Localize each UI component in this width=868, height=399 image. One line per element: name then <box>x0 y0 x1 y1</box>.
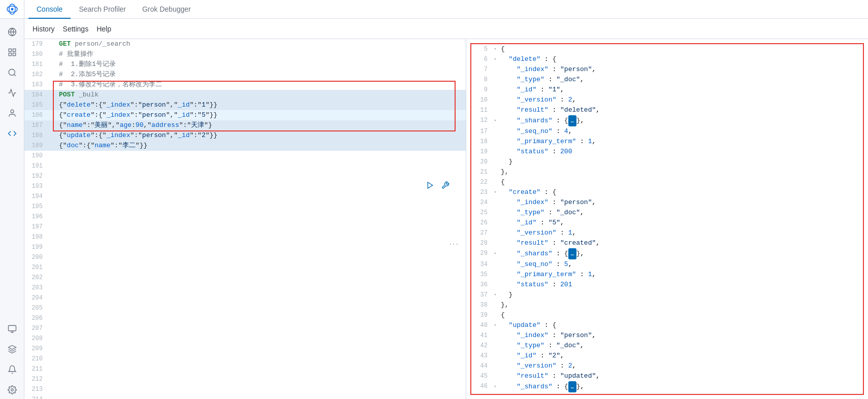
json-output[interactable]: 5 ▾ { 6 ▾ "delete" : { 7 "_inde <box>470 43 864 395</box>
line-content-189: {"doc":{"name":"李二"}} <box>57 141 466 151</box>
json-line-22: 22 { <box>471 177 863 187</box>
code-line-186: 186 {"create":{"_index":"person","_id":"… <box>24 110 466 120</box>
left-panel: ⋮ 179 GET person/_search 180 # 批量操作 <box>24 39 466 399</box>
line-toggle-184 <box>49 90 57 100</box>
line-content-180: # 批量操作 <box>57 49 466 59</box>
line-toggle-187 <box>49 120 57 130</box>
code-line-192: 192 <box>24 171 466 181</box>
logo <box>0 0 24 18</box>
code-line-213: 213 <box>24 384 466 394</box>
sidebar-icon-ml[interactable] <box>3 340 21 358</box>
sidebar-icon-home[interactable] <box>3 23 21 41</box>
code-line-208: 208 <box>24 334 466 344</box>
svg-marker-17 <box>428 182 432 188</box>
code-line-184: 184 POST _bulk <box>24 90 466 100</box>
line-content-186: {"create":{"_index":"person","_id":"5"}} <box>57 110 466 120</box>
line-num-188: 188 <box>24 130 49 141</box>
json-line-28: 28 "result" : "created", <box>471 238 863 248</box>
json-line-27: 27 "_version" : 1, <box>471 228 863 238</box>
code-line-182: 182 # 2.添加5号记录 <box>24 70 466 80</box>
line-content-181: # 1.删除1号记录 <box>57 59 466 70</box>
json-line-38: 38 }, <box>471 300 863 310</box>
run-button[interactable] <box>424 179 436 191</box>
code-line-195: 195 <box>24 202 466 212</box>
json-line-5: 5 ▾ { <box>471 44 863 54</box>
nav-help[interactable]: Help <box>97 25 111 33</box>
editor-area: ⋮ 179 GET person/_search 180 # 批量操作 <box>24 39 868 399</box>
code-line-185: 185 {"delete":{"_index":"person","_id":"… <box>24 100 466 110</box>
json-line-17: 17 "_seq_no" : 4, <box>471 126 863 137</box>
json-line-23: 23 ▾ "create" : { <box>471 187 863 197</box>
svg-rect-6 <box>9 49 11 51</box>
editor-content[interactable]: 179 GET person/_search 180 # 批量操作 181 <box>24 39 466 399</box>
svg-point-10 <box>9 69 15 75</box>
line-toggle-180 <box>49 49 57 59</box>
tab-grok-debugger[interactable]: Grok Debugger <box>134 1 199 19</box>
line-num-182: 182 <box>24 70 49 80</box>
line-num-183: 183 <box>24 80 49 90</box>
sidebar-icon-discover[interactable] <box>3 63 21 82</box>
code-line-179: 179 GET person/_search <box>24 39 466 49</box>
content-area: History Settings Help <box>24 19 868 399</box>
json-line-41: 41 "_index" : "person", <box>471 330 863 341</box>
line-num-184: 184 <box>24 90 49 100</box>
sidebar-icon-visualize[interactable] <box>3 84 21 102</box>
tab-search-profiler[interactable]: Search Profiler <box>71 1 134 19</box>
json-line-42: 42 "_type" : "_doc", <box>471 341 863 351</box>
svg-point-3 <box>11 8 13 11</box>
nav-history[interactable]: History <box>33 25 55 33</box>
code-line-212: 212 <box>24 374 466 384</box>
top-nav-tabs: Console Search Profiler Grok Debugger <box>24 0 199 18</box>
code-line-189: 189 {"doc":{"name":"李二"}} <box>24 141 466 151</box>
code-line-200: 200 <box>24 252 466 262</box>
sidebar-icon-user[interactable] <box>3 104 21 122</box>
json-line-29: 29 ▾ "_shards" : {…}, <box>471 248 863 259</box>
shards-badge-29[interactable]: … <box>568 248 576 259</box>
json-line-11: 11 "result" : "deleted", <box>471 105 863 115</box>
sidebar-icon-alert[interactable] <box>3 360 21 379</box>
line-num-181: 181 <box>24 59 49 70</box>
line-toggle-183 <box>49 80 57 90</box>
svg-point-16 <box>11 389 13 391</box>
line-content-187: {"name":"美丽","age:90,"address":"天津"} <box>57 120 466 130</box>
line-num-189: 189 <box>24 141 49 151</box>
code-line-214: 214 <box>24 394 466 399</box>
sidebar-icon-settings[interactable] <box>3 381 21 399</box>
code-line-206: 206 <box>24 313 466 323</box>
line-content-183: # 3.修改2号记录，名称改为李二 <box>57 80 466 90</box>
tab-console[interactable]: Console <box>28 1 71 19</box>
code-line-210: 210 <box>24 354 466 364</box>
sidebar-icon-monitor[interactable] <box>3 320 21 338</box>
code-line-190: 190 <box>24 151 466 161</box>
line-toggle-182 <box>49 70 57 80</box>
line-content-185: {"delete":{"_index":"person","_id":"1"}} <box>57 100 466 110</box>
code-line-211: 211 <box>24 364 466 374</box>
line-num-186: 186 <box>24 110 49 120</box>
json-line-45: 45 "result" : "updated", <box>471 371 863 381</box>
code-line-198: 198 <box>24 232 466 242</box>
code-line-181: 181 # 1.删除1号记录 <box>24 59 466 70</box>
shards-badge-46[interactable]: … <box>568 381 576 392</box>
shards-badge-12[interactable]: … <box>568 115 576 126</box>
wrench-button[interactable] <box>439 179 452 191</box>
json-line-43: 43 "_id" : "2", <box>471 351 863 361</box>
code-line-188: 188 {"update":{"_index":"person","_id":"… <box>24 130 466 141</box>
svg-point-12 <box>11 110 14 113</box>
json-line-9: 9 "_id" : "1", <box>471 85 863 95</box>
code-line-194: 194 <box>24 191 466 202</box>
json-line-35: 35 "_primary_term" : 1, <box>471 270 863 280</box>
sidebar-icon-devtools[interactable] <box>3 124 21 143</box>
json-line-7: 7 "_index" : "person", <box>471 64 863 75</box>
code-line-180: 180 # 批量操作 <box>24 49 466 59</box>
json-line-39: 39 { <box>471 310 863 320</box>
editor-actions <box>424 179 452 191</box>
json-line-37: 37 ▾ } <box>471 290 863 300</box>
json-line-40: 40 ▾ "update" : { <box>471 320 863 330</box>
code-line-193: 193 <box>24 181 466 191</box>
ellipsis-menu[interactable]: ⋮ <box>448 240 460 249</box>
json-line-20: 20 } <box>471 157 863 167</box>
nav-settings[interactable]: Settings <box>63 25 89 33</box>
sidebar-icon-dashboard[interactable] <box>3 43 21 61</box>
json-line-26: 26 "_id" : "5", <box>471 218 863 228</box>
svg-rect-9 <box>9 53 11 56</box>
